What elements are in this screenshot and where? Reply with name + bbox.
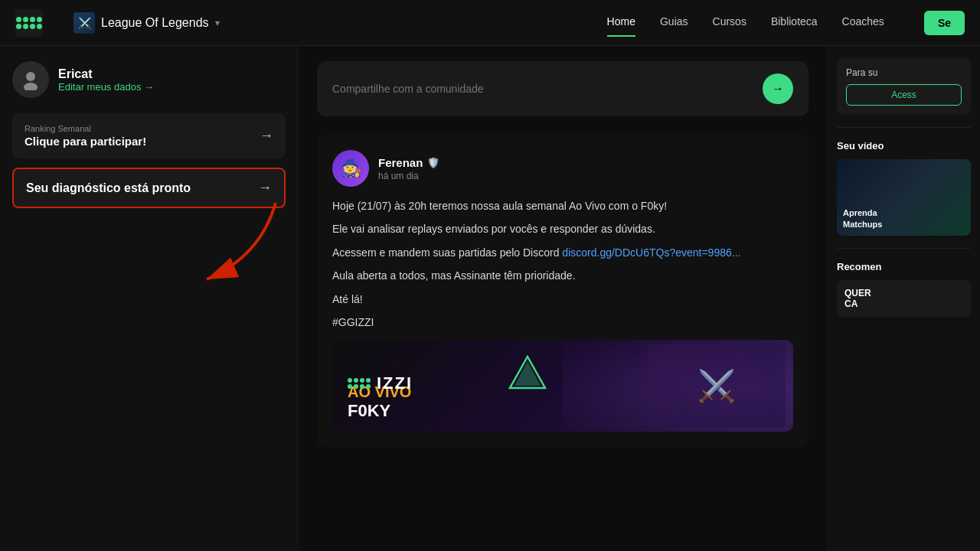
banner-foky-label: F0KY xyxy=(348,401,411,421)
post-card: 🧙 Ferenan 🛡️ há um dia Hoje (21/07) às 2… xyxy=(317,135,808,447)
post-line-1: Hoje (21/07) às 20h teremos nossa aula s… xyxy=(332,197,793,214)
izzi-dots xyxy=(16,17,42,29)
banner-triangle-icon xyxy=(508,355,547,390)
nav-links: Home Guias Cursos Biblioteca Coaches Se xyxy=(607,11,965,35)
post-line-2: Ele vai analisar replays enviados por vo… xyxy=(332,220,793,237)
edit-profile-link[interactable]: Editar meus dados → xyxy=(58,81,154,93)
post-author-name: Ferenan xyxy=(378,156,423,169)
banner-brand: IZZI xyxy=(377,373,413,393)
banner-character: ⚔️ xyxy=(563,340,793,432)
recomendo-title: Recomen xyxy=(837,261,971,272)
nav-link-cursos[interactable]: Cursos xyxy=(713,15,746,31)
banner-logo: IZZI xyxy=(348,373,413,393)
main-layout: Ericat Editar meus dados → Ranking Seman… xyxy=(0,46,980,551)
nav-link-home[interactable]: Home xyxy=(607,15,635,31)
post-avatar: 🧙 xyxy=(332,150,369,187)
divider-2 xyxy=(837,248,971,249)
right-cta-box: Para su Acess xyxy=(837,58,971,115)
nav-link-coaches[interactable]: Coaches xyxy=(842,15,884,31)
share-box: → xyxy=(317,61,808,116)
navbar: ⚔️ League Of Legends ▾ Home Guias Cursos… xyxy=(0,0,980,46)
avatar xyxy=(12,61,49,98)
post-line-5: Até lá! xyxy=(332,291,793,308)
post-header: 🧙 Ferenan 🛡️ há um dia xyxy=(332,150,793,187)
nav-link-biblioteca[interactable]: Biblioteca xyxy=(771,15,818,31)
right-video-section-title: Seu vídeo xyxy=(837,140,971,152)
shield-icon: 🛡️ xyxy=(427,157,439,168)
post-body: Hoje (21/07) às 20h teremos nossa aula s… xyxy=(332,197,793,331)
post-line-6: #GGIZZI xyxy=(332,314,793,331)
right-sidebar: Para su Acess Seu vídeo AprendaMatchups … xyxy=(827,46,980,551)
svg-point-0 xyxy=(26,72,35,81)
post-author-info: Ferenan 🛡️ há um dia xyxy=(378,156,439,181)
video-thumb-text: AprendaMatchups xyxy=(843,207,882,230)
share-send-button[interactable]: → xyxy=(763,73,793,104)
right-acesso-button[interactable]: Acess xyxy=(846,84,962,106)
diagnostic-arrow-icon: → xyxy=(258,180,272,196)
user-info: Ericat Editar meus dados → xyxy=(58,67,154,93)
user-card: Ericat Editar meus dados → xyxy=(12,61,286,98)
app-logo[interactable] xyxy=(15,9,43,37)
game-icon: ⚔️ xyxy=(74,12,95,34)
post-banner: IZZI AO VIVO F0KY ⚔️ xyxy=(332,340,793,432)
diagnostic-card[interactable]: Seu diagnóstico está pronto → xyxy=(12,168,286,208)
right-para-sup-text: Para su xyxy=(846,67,962,78)
nav-link-guias[interactable]: Guias xyxy=(660,15,688,31)
video-thumbnail[interactable]: AprendaMatchups xyxy=(837,159,971,236)
ranking-card-content: Ranking Semanal Clique para participar! xyxy=(24,124,146,148)
discord-link[interactable]: discord.gg/DDcU6TQs?event=9986... xyxy=(562,246,740,259)
username: Ericat xyxy=(58,67,154,81)
game-name: League Of Legends xyxy=(101,16,209,30)
post-time: há um dia xyxy=(378,171,419,181)
main-content: → 🧙 Ferenan 🛡️ há um dia Ho xyxy=(299,46,827,551)
izzi-logo-icon xyxy=(15,9,43,37)
post-meta: há um dia xyxy=(378,171,439,181)
nav-cta-button[interactable]: Se xyxy=(924,11,965,35)
banner-dots xyxy=(348,378,371,389)
svg-point-1 xyxy=(24,83,38,90)
arrow-right-icon: → xyxy=(260,128,273,144)
chevron-down-icon: ▾ xyxy=(215,18,220,28)
recomendo-card[interactable]: QUERCA xyxy=(837,280,971,317)
divider-1 xyxy=(837,127,971,128)
ranking-title: Clique para participar! xyxy=(24,135,146,148)
ranking-card[interactable]: Ranking Semanal Clique para participar! … xyxy=(12,113,286,158)
post-line-4: Aula aberta a todos, mas Assinante têm p… xyxy=(332,267,793,284)
banner-left: IZZI xyxy=(348,373,413,398)
ranking-label: Ranking Semanal xyxy=(24,124,146,133)
diagnostic-title: Seu diagnóstico está pronto xyxy=(26,181,191,195)
share-input[interactable] xyxy=(332,83,753,95)
post-line-3: Acessem e mandem suas partidas pelo Disc… xyxy=(332,244,793,261)
game-selector[interactable]: ⚔️ League Of Legends ▾ xyxy=(74,12,220,34)
sidebar: Ericat Editar meus dados → Ranking Seman… xyxy=(0,46,299,551)
